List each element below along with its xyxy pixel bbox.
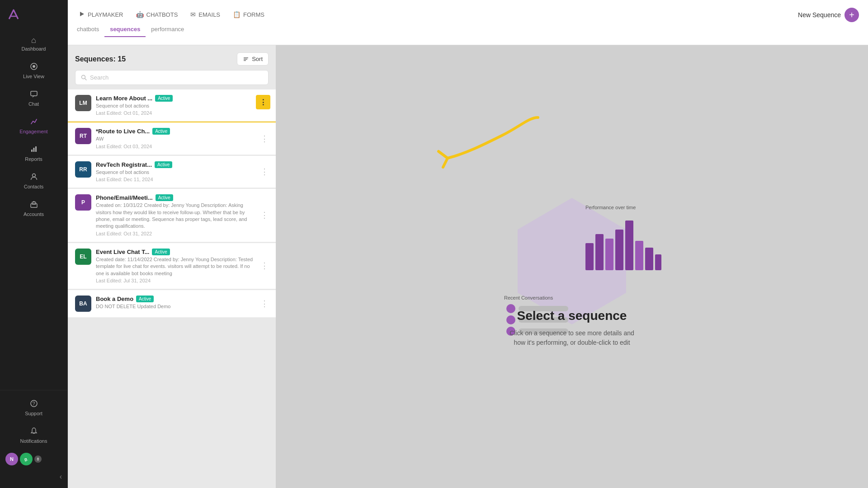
sub-tab-sequences[interactable]: sequences bbox=[104, 23, 146, 37]
sequence-title-row-ba: Book a Demo Active bbox=[96, 296, 254, 302]
sequence-meta-el: Last Edited: Jul 31, 2024 bbox=[96, 278, 254, 283]
topbar: PLAYMAKER 🤖 CHATBOTS ✉ EMAILS 📋 FORMS Ne… bbox=[68, 0, 868, 45]
new-sequence-area: New Sequence + bbox=[798, 8, 859, 22]
contacts-icon bbox=[30, 173, 38, 182]
sequence-item-rr[interactable]: RR RevTech Registrat... Active Sequence … bbox=[68, 156, 276, 188]
tab-chatbots[interactable]: 🤖 CHATBOTS bbox=[134, 8, 180, 22]
sidebar-item-contacts-label: Contacts bbox=[24, 184, 43, 189]
sequence-menu-p[interactable]: ⋮ bbox=[259, 211, 270, 219]
sequence-badge-ba: Active bbox=[136, 296, 154, 302]
sequence-title-row-rr: RevTech Registrat... Active bbox=[96, 161, 254, 168]
sequence-menu-rr[interactable]: ⋮ bbox=[259, 168, 270, 176]
sequence-meta-rt: Last Edited: Oct 03, 2024 bbox=[96, 144, 254, 149]
sequence-menu-ba[interactable]: ⋮ bbox=[259, 300, 270, 308]
sidebar-item-accounts-label: Accounts bbox=[24, 211, 44, 217]
sidebar-bottom: ? Support Notifications N g. 8 ‹ bbox=[0, 390, 67, 488]
select-sequence-title: Select a sequence bbox=[517, 309, 627, 323]
sequence-item-ba[interactable]: BA Book a Demo Active DO NOT DELETE Upda… bbox=[68, 290, 276, 318]
sequence-sub1-lm: Sequence of bot actions bbox=[96, 103, 251, 109]
sequence-body-lm: Learn More About ... Active Sequence of … bbox=[96, 95, 251, 116]
sequence-item-el[interactable]: EL Event Live Chat T... Active Created d… bbox=[68, 243, 276, 289]
sidebar-item-liveview-label: Live View bbox=[23, 74, 44, 79]
svg-rect-2 bbox=[31, 91, 37, 96]
search-bar[interactable]: Search bbox=[75, 70, 269, 85]
svg-point-6 bbox=[32, 174, 35, 177]
sequence-menu-rt[interactable]: ⋮ bbox=[259, 135, 270, 143]
sequence-badge-rt: Active bbox=[152, 128, 170, 135]
topbar-tabs: PLAYMAKER 🤖 CHATBOTS ✉ EMAILS 📋 FORMS Ne… bbox=[77, 8, 859, 22]
support-icon: ? bbox=[30, 399, 38, 409]
tab-forms-label: FORMS bbox=[243, 11, 264, 18]
tab-emails[interactable]: ✉ EMAILS bbox=[189, 8, 222, 22]
new-sequence-button[interactable]: + bbox=[844, 8, 859, 22]
sequence-sub1-rt: AW bbox=[96, 136, 254, 142]
svg-rect-25 bbox=[645, 248, 653, 270]
sidebar-item-engagement-label: Engagement bbox=[19, 129, 47, 134]
chatbots-tab-icon: 🤖 bbox=[136, 11, 144, 18]
sidebar-navigation: ⌂ Dashboard Live View Chat Engagement bbox=[0, 29, 67, 390]
sort-button[interactable]: Sort bbox=[237, 52, 269, 66]
sequence-avatar-el: EL bbox=[75, 249, 91, 265]
sequence-avatar-ba: BA bbox=[75, 296, 91, 312]
forms-tab-icon: 📋 bbox=[233, 11, 241, 18]
svg-rect-9 bbox=[33, 201, 34, 202]
sub-tab-performance[interactable]: performance bbox=[146, 23, 189, 37]
sidebar-item-notifications[interactable]: Notifications bbox=[0, 422, 67, 449]
chat-icon bbox=[30, 90, 38, 99]
sidebar-collapse-button[interactable]: ‹ bbox=[0, 469, 67, 484]
svg-line-17 bbox=[85, 78, 87, 80]
sidebar-item-liveview[interactable]: Live View bbox=[0, 57, 67, 84]
sidebar-logo[interactable] bbox=[0, 0, 67, 29]
sequence-body-ba: Book a Demo Active DO NOT DELETE Updated… bbox=[96, 296, 254, 310]
sequence-badge-lm: Active bbox=[155, 95, 173, 102]
sidebar-item-chat[interactable]: Chat bbox=[0, 84, 67, 112]
sequence-list-panel: Sequences: 15 Sort Search bbox=[68, 45, 276, 488]
tab-forms[interactable]: 📋 FORMS bbox=[231, 8, 266, 22]
main-content: PLAYMAKER 🤖 CHATBOTS ✉ EMAILS 📋 FORMS Ne… bbox=[68, 0, 868, 488]
tab-emails-label: EMAILS bbox=[198, 11, 220, 18]
sub-tabs: chatbots sequences performance bbox=[77, 23, 859, 37]
sequence-item-p[interactable]: P Phone/Email/Meeti... Active Created on… bbox=[68, 189, 276, 242]
svg-text:?: ? bbox=[32, 401, 35, 406]
sequence-list: LM Learn More About ... Active Sequence … bbox=[68, 89, 276, 488]
sidebar-item-dashboard[interactable]: ⌂ Dashboard bbox=[0, 31, 67, 57]
sequence-count: Sequences: 15 bbox=[75, 55, 126, 63]
logo-icon bbox=[7, 8, 20, 21]
reports-icon bbox=[30, 145, 38, 155]
sequence-meta-rr: Last Edited: Dec 11, 2024 bbox=[96, 177, 254, 182]
sequence-title-lm: Learn More About ... bbox=[96, 95, 152, 102]
sidebar-item-accounts[interactable]: Accounts bbox=[0, 195, 67, 222]
user-avatar: N bbox=[5, 453, 18, 465]
sequence-menu-el[interactable]: ⋮ bbox=[259, 262, 270, 270]
svg-rect-4 bbox=[33, 148, 34, 152]
sequence-sub1-p: Created on: 10/31/22 Created by: Jenny Y… bbox=[96, 202, 254, 230]
sub-tab-chatbots[interactable]: chatbots bbox=[77, 23, 104, 37]
sequence-body-el: Event Live Chat T... Active Created date… bbox=[96, 249, 254, 283]
sequence-title-row-lm: Learn More About ... Active bbox=[96, 95, 251, 102]
sequence-title-el: Event Live Chat T... bbox=[96, 249, 149, 255]
sequence-sub1-ba: DO NOT DELETE Updated Demo bbox=[96, 303, 254, 310]
sidebar-item-support[interactable]: ? Support bbox=[0, 394, 67, 422]
select-sequence-content: Select a sequence Click on a sequence to… bbox=[504, 186, 640, 347]
playmaker-tab-icon bbox=[79, 11, 85, 19]
sidebar-item-reports[interactable]: Reports bbox=[0, 140, 67, 167]
sidebar: ⌂ Dashboard Live View Chat Engagement bbox=[0, 0, 68, 488]
sidebar-item-engagement[interactable]: Engagement bbox=[0, 112, 67, 140]
sequence-title-row-p: Phone/Email/Meeti... Active bbox=[96, 194, 254, 201]
tab-playmaker[interactable]: PLAYMAKER bbox=[77, 8, 125, 22]
select-sequence-description: Click on a sequence to see more details … bbox=[504, 328, 640, 347]
sidebar-item-reports-label: Reports bbox=[25, 156, 42, 162]
sequence-item-rt[interactable]: RT *Route to Live Ch... Active AW Last E… bbox=[68, 122, 276, 155]
sequence-title-rt: *Route to Live Ch... bbox=[96, 128, 150, 135]
svg-rect-26 bbox=[655, 254, 661, 270]
svg-marker-12 bbox=[80, 12, 84, 16]
user-avatar-area[interactable]: N g. 8 bbox=[0, 449, 67, 469]
sequence-avatar-lm: LM bbox=[75, 95, 91, 111]
sequence-menu-button-lm[interactable]: ⋮ bbox=[256, 95, 270, 109]
workspace-avatar: g. bbox=[20, 453, 33, 465]
search-icon bbox=[81, 75, 87, 81]
sidebar-item-chat-label: Chat bbox=[28, 101, 39, 107]
sequence-title-p: Phone/Email/Meeti... bbox=[96, 194, 153, 201]
sidebar-item-contacts[interactable]: Contacts bbox=[0, 167, 67, 195]
sequence-item-lm[interactable]: LM Learn More About ... Active Sequence … bbox=[68, 89, 276, 122]
